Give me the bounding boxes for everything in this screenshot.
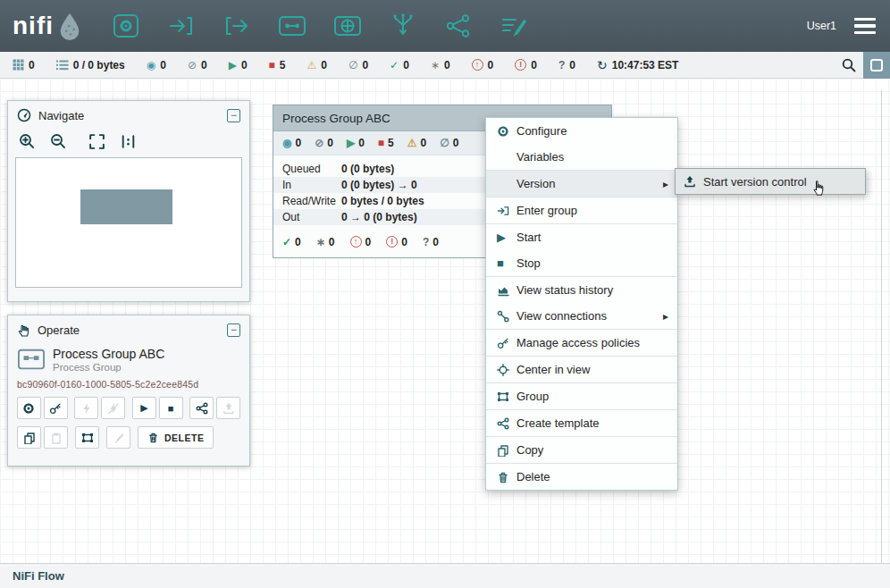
global-menu-button[interactable]	[852, 14, 877, 38]
menu-item-enter-group[interactable]: Enter group	[486, 197, 677, 223]
disabled-stat: ∅ 0	[348, 59, 368, 71]
pg-disabled-stat: ∅ 0	[440, 137, 458, 149]
label-tool[interactable]	[498, 10, 530, 42]
configure-button[interactable]	[17, 397, 41, 419]
birdseye-toggle-button[interactable]	[863, 52, 890, 79]
context-menu: Configure Variables Version ▸ Enter grou…	[485, 117, 678, 491]
pg-sync-failure-count: 0	[432, 236, 439, 248]
process-group-name: Process Group ABC	[282, 112, 390, 125]
start-button[interactable]: ▶	[132, 397, 156, 419]
search-button[interactable]	[835, 52, 863, 79]
connections-icon	[497, 310, 516, 323]
up-to-date-count: 0	[403, 59, 409, 71]
play-icon: ▶	[140, 402, 147, 414]
pg-locally-modified-stale-count: 0	[401, 236, 407, 248]
template-icon	[443, 11, 474, 41]
flow-canvas[interactable]: Process Group ABC ◉ 0 ⊘ 0 ▶ 0 ■ 5	[0, 79, 890, 563]
key-icon	[497, 337, 516, 349]
submenu-caret-icon: ▸	[663, 310, 668, 323]
locally-modified-stat: ∗ 0	[431, 59, 450, 71]
nifi-drop-icon	[56, 12, 83, 44]
menu-item-label: Manage access policies	[516, 336, 640, 349]
stale-count: 0	[488, 59, 494, 71]
submenu-item-start-version-control[interactable]: Start version control	[703, 175, 807, 189]
minimap-process-group-rect[interactable]	[80, 189, 172, 224]
invalid-icon: ⚠	[407, 138, 417, 148]
menu-item-label: Configure	[516, 124, 567, 138]
running-icon: ▶	[347, 138, 355, 148]
menu-item-view-connections[interactable]: View connections ▸	[486, 303, 677, 329]
operate-buttons-row-1: ▶ ■	[17, 397, 240, 419]
menu-item-stop[interactable]: ■ Stop	[486, 250, 677, 276]
menu-item-configure[interactable]: Configure	[486, 118, 677, 144]
collapse-navigate-button[interactable]: −	[227, 109, 240, 122]
queued-count: 0 / 0 bytes	[73, 59, 125, 71]
not-transmitting-icon: ⊘	[315, 138, 323, 148]
paste-button[interactable]	[44, 426, 68, 449]
enable-button[interactable]	[74, 397, 98, 419]
locally-modified-stale-count: 0	[531, 59, 537, 71]
menu-item-version[interactable]: Version ▸	[486, 171, 677, 197]
transmitting-icon: ◉	[147, 60, 155, 71]
menu-item-create-template[interactable]: Create template	[486, 410, 677, 436]
breadcrumb[interactable]: NiFi Flow	[13, 569, 64, 583]
trash-icon	[497, 471, 516, 483]
upload-template-button[interactable]	[216, 397, 240, 419]
process-group-icon	[277, 11, 307, 41]
copy-button[interactable]	[17, 426, 41, 449]
menu-item-view-status-history[interactable]: View status history	[486, 277, 677, 303]
sync-failure-icon: ?	[423, 237, 429, 248]
square-icon	[870, 59, 883, 71]
birdseye-minimap[interactable]	[15, 157, 242, 288]
create-template-button[interactable]	[189, 397, 214, 419]
group-icon	[497, 391, 516, 403]
menu-item-variables[interactable]: Variables	[486, 144, 677, 170]
process-group-glyph-icon	[17, 346, 46, 373]
disable-button[interactable]	[101, 397, 125, 419]
locally-modified-stale-icon: !	[515, 59, 526, 71]
zoom-actual-size-icon[interactable]	[120, 133, 137, 150]
menu-item-manage-access-policies[interactable]: Manage access policies	[486, 330, 677, 356]
submenu-caret-icon: ▸	[663, 178, 668, 190]
sync-failure-count: 0	[569, 59, 575, 71]
menu-item-label: Stop	[516, 256, 541, 270]
menu-item-center-in-view[interactable]: Center in view	[486, 357, 677, 382]
processor-tool[interactable]	[110, 10, 142, 42]
funnel-tool[interactable]	[387, 10, 419, 42]
pg-up-to-date-count: 0	[295, 236, 301, 248]
fill-color-button[interactable]	[106, 426, 130, 449]
collapse-operate-button[interactable]: −	[227, 323, 240, 337]
group-button[interactable]	[75, 426, 99, 449]
zoom-in-icon[interactable]	[19, 133, 36, 150]
refresh-icon[interactable]: ↻	[597, 59, 608, 71]
not-transmitting-stat: ⊘ 0	[188, 59, 207, 71]
locally-modified-stale-stat: ! 0	[515, 59, 537, 71]
operate-panel-title: Operate	[38, 323, 80, 337]
active-threads-count: 0	[29, 59, 35, 71]
crosshair-icon	[497, 364, 516, 376]
stop-button[interactable]: ■	[159, 397, 183, 419]
up-to-date-icon: ✓	[282, 237, 291, 248]
canvas-edge	[881, 89, 882, 563]
operate-buttons-row-2: DELETE	[17, 426, 240, 449]
menu-item-copy[interactable]: Copy	[486, 437, 677, 463]
menu-item-start[interactable]: ▶ Start	[486, 224, 677, 250]
current-user[interactable]: User1	[807, 20, 836, 32]
zoom-fit-icon[interactable]	[88, 133, 105, 150]
menu-item-label: Version	[516, 177, 555, 190]
template-tool[interactable]	[442, 10, 474, 42]
zoom-out-icon[interactable]	[50, 133, 67, 150]
pg-stopped-count: 5	[388, 137, 394, 149]
menu-item-delete[interactable]: Delete	[486, 464, 677, 490]
remote-process-group-tool[interactable]	[332, 10, 364, 42]
delete-button[interactable]: DELETE	[138, 426, 214, 449]
menu-item-group[interactable]: Group	[486, 383, 677, 409]
output-port-tool[interactable]	[221, 10, 253, 42]
pg-invalid-count: 0	[421, 137, 427, 149]
metric-value: 0 → 0 (0 bytes)	[341, 211, 417, 223]
group-icon	[81, 432, 94, 444]
access-policies-button[interactable]	[44, 397, 68, 419]
process-group-tool[interactable]	[276, 10, 308, 42]
input-port-tool[interactable]	[165, 10, 197, 42]
version-submenu: Start version control	[675, 168, 866, 195]
